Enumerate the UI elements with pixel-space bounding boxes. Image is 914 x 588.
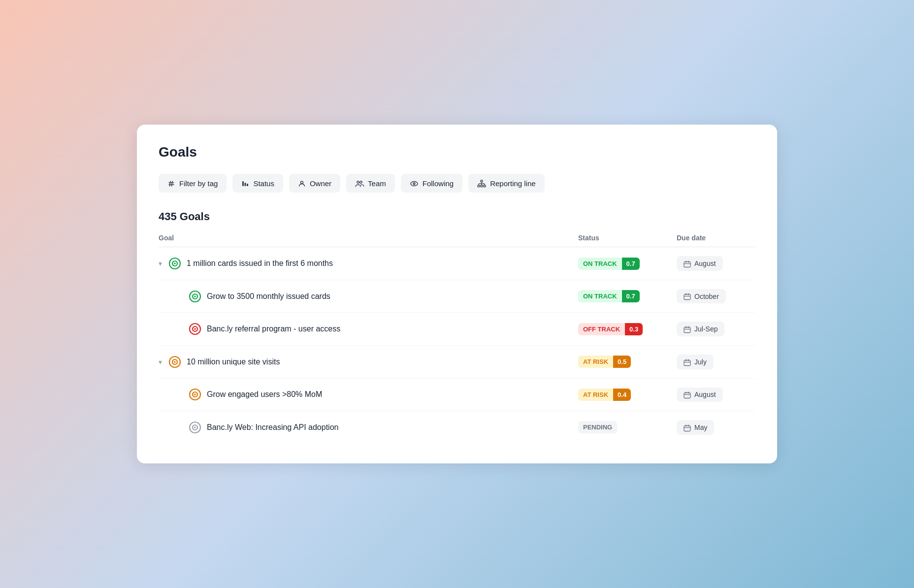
due-cell: May (677, 420, 755, 435)
goal-name-cell: ▾ 10 million unique site visits (159, 355, 578, 369)
goal-name: Grow engaged users >80% MoM (207, 390, 322, 399)
calendar-icon (684, 259, 691, 268)
goal-name: Banc.ly Web: Increasing API adoption (207, 423, 338, 432)
svg-rect-21 (684, 261, 690, 267)
goal-icon (188, 421, 202, 434)
calendar-icon (684, 325, 691, 333)
svg-rect-35 (684, 327, 690, 333)
calendar-icon (684, 358, 691, 366)
due-badge: October (677, 289, 726, 304)
filter-team-button[interactable]: Team (346, 174, 395, 193)
svg-point-3 (300, 181, 303, 184)
table-row[interactable]: Grow engaged users >80% MoM AT RISK 0.4 … (159, 379, 755, 412)
svg-point-4 (357, 181, 359, 183)
due-cell: Jul-Sep (677, 322, 755, 336)
svg-rect-28 (684, 294, 690, 300)
eye-icon (410, 179, 419, 188)
filter-bar: Filter by tag Status Owner (159, 174, 755, 193)
status-cell: AT RISK 0.4 (578, 389, 677, 401)
svg-rect-10 (478, 185, 480, 187)
svg-point-55 (194, 426, 196, 428)
table-row[interactable]: Banc.ly Web: Increasing API adoption PEN… (159, 411, 755, 444)
col-goal-label: Goal (159, 234, 578, 242)
goal-name-cell: Banc.ly Web: Increasing API adoption (188, 421, 578, 434)
goal-name: Banc.ly referral program - user access (207, 325, 340, 333)
table-row[interactable]: ▾ 1 million cards issued in the first 6 … (159, 247, 755, 280)
goals-card: Goals Filter by tag Status (137, 125, 777, 463)
col-status-label: Status (578, 234, 677, 242)
due-date: August (694, 391, 716, 398)
team-icon (355, 179, 364, 188)
goal-name: 1 million cards issued in the first 6 mo… (187, 259, 333, 268)
svg-rect-12 (484, 185, 486, 187)
status-cell: PENDING (578, 421, 677, 433)
goal-name-cell: Grow to 3500 monthly issued cards (188, 290, 578, 303)
svg-rect-9 (481, 180, 483, 182)
filter-tag-button[interactable]: Filter by tag (159, 174, 227, 193)
table-header: Goal Status Due date (159, 230, 755, 247)
goal-icon (168, 355, 182, 369)
status-cell: AT RISK 0.5 (578, 356, 677, 368)
status-icon (241, 179, 249, 188)
filter-status-button[interactable]: Status (232, 174, 283, 193)
due-badge: August (677, 256, 723, 271)
svg-rect-2 (247, 184, 248, 186)
calendar-icon (684, 423, 691, 432)
goal-icon (188, 388, 202, 401)
goal-icon (188, 322, 202, 336)
svg-point-34 (194, 328, 196, 330)
due-badge: August (677, 388, 723, 402)
reporting-icon (477, 179, 486, 188)
table-row[interactable]: Grow to 3500 monthly issued cards ON TRA… (159, 280, 755, 313)
expand-chevron[interactable]: ▾ (159, 358, 162, 366)
svg-rect-11 (481, 185, 483, 187)
status-cell: ON TRACK 0.7 (578, 258, 677, 270)
svg-point-41 (174, 361, 176, 363)
due-cell: July (677, 355, 755, 369)
goal-name: Grow to 3500 monthly issued cards (207, 292, 330, 301)
goal-name-cell: Grow engaged users >80% MoM (188, 388, 578, 401)
expand-chevron[interactable]: ▾ (159, 260, 162, 267)
svg-point-27 (194, 295, 196, 297)
filter-reporting-button[interactable]: Reporting line (468, 174, 545, 193)
due-cell: October (677, 289, 755, 304)
due-date: August (694, 260, 716, 267)
goal-name-cell: Banc.ly referral program - user access (188, 322, 578, 336)
due-badge: July (677, 355, 714, 369)
status-cell: ON TRACK 0.7 (578, 290, 677, 302)
status-cell: OFF TRACK 0.3 (578, 323, 677, 335)
svg-point-8 (414, 183, 415, 184)
goal-icon (188, 290, 202, 303)
svg-rect-49 (684, 393, 690, 398)
filter-following-button[interactable]: Following (401, 174, 462, 193)
svg-point-5 (360, 181, 362, 183)
filter-owner-button[interactable]: Owner (289, 174, 340, 193)
calendar-icon (684, 292, 691, 301)
svg-rect-1 (245, 183, 246, 186)
calendar-icon (684, 391, 691, 399)
svg-point-20 (174, 262, 176, 264)
due-date: May (694, 424, 707, 431)
due-badge: Jul-Sep (677, 322, 724, 336)
goal-name-cell: ▾ 1 million cards issued in the first 6 … (159, 257, 578, 270)
person-icon (298, 179, 306, 188)
due-badge: May (677, 420, 714, 435)
goal-name: 10 million unique site visits (187, 358, 280, 366)
svg-rect-56 (684, 425, 690, 431)
page-title: Goals (159, 144, 755, 160)
due-date: Jul-Sep (694, 325, 718, 333)
due-date: October (694, 293, 719, 300)
hash-icon (167, 179, 175, 188)
goal-icon (168, 257, 182, 270)
svg-point-48 (194, 393, 196, 395)
table-row[interactable]: Banc.ly referral program - user access O… (159, 313, 755, 346)
due-cell: August (677, 256, 755, 271)
col-due-label: Due date (677, 234, 755, 242)
goals-list: ▾ 1 million cards issued in the first 6 … (159, 247, 755, 443)
due-cell: August (677, 388, 755, 402)
table-row[interactable]: ▾ 10 million unique site visits AT RISK … (159, 346, 755, 379)
svg-rect-0 (242, 181, 244, 186)
due-date: July (694, 358, 707, 366)
goals-count: 435 Goals (159, 210, 755, 223)
svg-rect-42 (684, 360, 690, 365)
